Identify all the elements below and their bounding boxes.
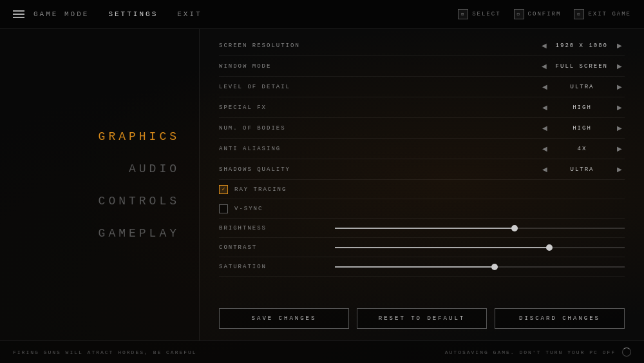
setting-label-windowmode: WINDOW MODE (219, 63, 335, 70)
checkbox-row-vsync: V-SYNC (219, 199, 625, 219)
slider-row-saturation: SATURATION (219, 257, 625, 277)
windowmode-prev-button[interactable]: ◀ (539, 63, 549, 70)
slider-row-brightness: BRIGHTNESS (219, 219, 625, 238)
vsync-checkbox[interactable] (219, 204, 228, 213)
save-changes-button[interactable]: SAVE CHANGES (219, 308, 349, 329)
settings-panel: SCREEN RESOLUTION ◀ 1920 x 1080 ▶ WINDOW… (200, 29, 644, 340)
shadows-value: ULTRA (556, 166, 608, 173)
setting-row-shadows: SHADOWS QUALITY ◀ ULTRA ▶ (219, 159, 625, 180)
setting-control-bodies: ◀ HIGH ▶ (335, 124, 625, 132)
screen: GAME MODE SETTINGS EXIT ⊞ SELECT ⊟ CONFI… (0, 0, 644, 363)
select-key-icon: ⊞ (458, 9, 468, 19)
specialfx-prev-button[interactable]: ◀ (540, 104, 550, 111)
reset-default-button[interactable]: RESET TO DEFAULT (357, 308, 487, 329)
windowmode-next-button[interactable]: ▶ (614, 63, 625, 70)
slider-row-contrast: CONTRAST (219, 238, 625, 257)
bodies-prev-button[interactable]: ◀ (540, 124, 550, 132)
bottom-hint-text: FIRING GUNS WILL ATRACT HORDES, BE CAREF… (13, 349, 197, 355)
main-content: GRAPHICS AUDIO CONTROLS GAMEPLAY SCREEN … (0, 29, 644, 340)
resolution-value: 1920 x 1080 (556, 43, 608, 49)
raytracing-label: RAY TRACING (234, 186, 287, 193)
resolution-prev-button[interactable]: ◀ (539, 42, 549, 49)
autosave-text: AUTOSAVING GAME. DON'T TURN YOUR PC OFF (445, 349, 616, 355)
setting-control-specialfx: ◀ HIGH ▶ (335, 104, 625, 111)
nav-control-select: ⊞ SELECT (458, 9, 500, 19)
setting-label-specialfx: SPECIAL FX (219, 104, 335, 111)
setting-control-lod: ◀ ULTRA ▶ (335, 83, 625, 90)
autosave-container: AUTOSAVING GAME. DON'T TURN YOUR PC OFF (445, 348, 631, 357)
select-label: SELECT (472, 11, 500, 17)
confirm-key-icon: ⊟ (514, 9, 524, 19)
nav-item-exit[interactable]: EXIT (177, 10, 202, 18)
exitgame-label: EXIT GAME (588, 11, 631, 17)
exitgame-key-icon: ⊡ (574, 9, 584, 19)
sidebar-item-audio[interactable]: AUDIO (129, 162, 180, 175)
top-nav: GAME MODE SETTINGS EXIT ⊞ SELECT ⊟ CONFI… (0, 0, 644, 29)
discard-changes-button[interactable]: DISCARD CHANGES (495, 308, 625, 329)
nav-control-confirm: ⊟ CONFIRM (514, 9, 562, 19)
saturation-slider[interactable] (335, 266, 625, 268)
windowmode-value: FULL SCREEN (556, 63, 608, 70)
settings-rows: SCREEN RESOLUTION ◀ 1920 x 1080 ▶ WINDOW… (219, 35, 625, 300)
setting-row-resolution: SCREEN RESOLUTION ◀ 1920 x 1080 ▶ (219, 35, 625, 56)
lod-prev-button[interactable]: ◀ (540, 83, 550, 90)
setting-row-specialfx: SPECIAL FX ◀ HIGH ▶ (219, 97, 625, 118)
brightness-label: BRIGHTNESS (219, 225, 335, 231)
raytracing-checkbox[interactable] (219, 185, 228, 194)
lod-value: ULTRA (556, 84, 608, 90)
hamburger-icon[interactable] (13, 10, 24, 18)
sidebar: GRAPHICS AUDIO CONTROLS GAMEPLAY (0, 29, 200, 340)
setting-label-shadows: SHADOWS QUALITY (219, 166, 335, 173)
setting-row-bodies: NUM. OF BODIES ◀ HIGH ▶ (219, 118, 625, 139)
specialfx-value: HIGH (556, 104, 608, 111)
sidebar-item-gameplay[interactable]: GAMEPLAY (99, 227, 180, 240)
sidebar-item-graphics[interactable]: GRAPHICS (99, 130, 180, 143)
confirm-label: CONFIRM (528, 11, 562, 17)
setting-label-lod: LEVEL OF DETAIL (219, 84, 335, 90)
resolution-next-button[interactable]: ▶ (614, 42, 625, 49)
antialiasing-next-button[interactable]: ▶ (614, 145, 625, 152)
setting-label-resolution: SCREEN RESOLUTION (219, 43, 335, 49)
bottom-bar: FIRING GUNS WILL ATRACT HORDES, BE CAREF… (0, 340, 644, 363)
nav-item-settings[interactable]: SETTINGS (108, 10, 158, 18)
vsync-label: V-SYNC (234, 206, 263, 212)
bodies-next-button[interactable]: ▶ (614, 124, 625, 132)
shadows-next-button[interactable]: ▶ (614, 166, 625, 173)
contrast-label: CONTRAST (219, 244, 335, 251)
antialiasing-prev-button[interactable]: ◀ (540, 145, 550, 152)
setting-control-windowmode: ◀ FULL SCREEN ▶ (335, 63, 625, 70)
checkbox-row-raytracing: RAY TRACING (219, 180, 625, 199)
action-buttons: SAVE CHANGES RESET TO DEFAULT DISCARD CH… (219, 300, 625, 334)
brightness-slider[interactable] (335, 228, 625, 229)
nav-item-gamemode[interactable]: GAME MODE (33, 10, 89, 18)
lod-next-button[interactable]: ▶ (614, 83, 625, 90)
antialiasing-value: 4X (556, 146, 608, 152)
shadows-prev-button[interactable]: ◀ (540, 166, 550, 173)
setting-row-lod: LEVEL OF DETAIL ◀ ULTRA ▶ (219, 77, 625, 97)
saturation-label: SATURATION (219, 264, 335, 270)
setting-control-resolution: ◀ 1920 x 1080 ▶ (335, 42, 625, 49)
sidebar-item-controls[interactable]: CONTROLS (99, 195, 180, 208)
setting-label-bodies: NUM. OF BODIES (219, 125, 335, 132)
setting-row-antialiasing: ANTI ALIASING ◀ 4X ▶ (219, 139, 625, 159)
specialfx-next-button[interactable]: ▶ (614, 104, 625, 111)
setting-control-antialiasing: ◀ 4X ▶ (335, 145, 625, 152)
nav-control-exitgame: ⊡ EXIT GAME (574, 9, 631, 19)
setting-label-antialiasing: ANTI ALIASING (219, 146, 335, 152)
nav-controls: ⊞ SELECT ⊟ CONFIRM ⊡ EXIT GAME (458, 9, 631, 19)
setting-control-shadows: ◀ ULTRA ▶ (335, 166, 625, 173)
autosave-spinner-icon (622, 348, 631, 357)
contrast-slider[interactable] (335, 247, 625, 248)
setting-row-windowmode: WINDOW MODE ◀ FULL SCREEN ▶ (219, 56, 625, 77)
bodies-value: HIGH (556, 125, 608, 132)
